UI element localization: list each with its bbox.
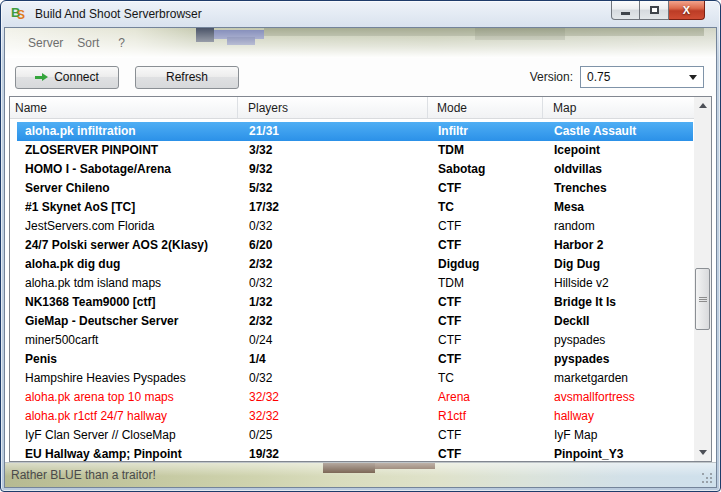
scroll-up-button[interactable] — [694, 97, 711, 114]
server-players-cell: 0/32 — [242, 369, 431, 388]
table-row[interactable]: aloha.pk infiltration21/31InfiltrCastle … — [17, 122, 693, 141]
server-name-cell: Hampshire Heavies Pyspades — [17, 369, 242, 388]
table-row[interactable]: aloha.pk r1ctf 24/7 hallway32/32R1ctfhal… — [17, 407, 693, 426]
table-row[interactable]: NK1368 Team9000 [ctf]1/32CTFBridge It Is — [17, 293, 693, 312]
table-row[interactable]: aloha.pk dig dug2/32DigdugDig Dug — [17, 255, 693, 274]
server-name-cell: 24/7 Polski serwer AOS 2(Klasy) — [17, 236, 242, 255]
column-header-mode[interactable]: Mode — [428, 97, 543, 118]
connect-arrow-icon — [35, 73, 48, 82]
table-row[interactable]: GieMap - Deutscher Server2/32CTFDeckII — [17, 312, 693, 331]
scroll-up-icon — [699, 103, 707, 108]
server-name-cell: NK1368 Team9000 [ctf] — [17, 293, 242, 312]
table-row[interactable]: aloha.pk tdm island maps0/32TDMHillside … — [17, 274, 693, 293]
server-mode-cell: Arena — [431, 388, 547, 407]
app-icon: B S — [11, 6, 29, 22]
scroll-down-button[interactable] — [694, 444, 711, 461]
column-header-map[interactable]: Map — [543, 97, 694, 118]
server-name-cell: aloha.pk arena top 10 maps — [17, 388, 242, 407]
server-name-cell: JestServers.com Florida — [17, 217, 242, 236]
minimize-icon — [621, 12, 630, 15]
server-name-cell: HOMO I - Sabotage/Arena — [17, 160, 242, 179]
server-players-cell: 2/32 — [242, 312, 431, 331]
table-row[interactable]: HOMO I - Sabotage/Arena9/32Sabotagoldvil… — [17, 160, 693, 179]
table-row[interactable]: EU Hallway &amp; Pinpoint19/32CTFPinpoin… — [17, 445, 693, 461]
scrollbar-grip-icon — [699, 299, 707, 300]
close-button[interactable]: X — [669, 1, 705, 20]
server-players-cell: 19/32 — [242, 445, 431, 461]
version-select[interactable]: 0.75 — [580, 66, 704, 88]
server-name-cell: aloha.pk r1ctf 24/7 hallway — [17, 407, 242, 426]
table-row[interactable]: #1 Skynet AoS [TC]17/32TCMesa — [17, 198, 693, 217]
server-name-cell: aloha.pk dig dug — [17, 255, 242, 274]
maximize-icon — [650, 6, 659, 14]
server-map-cell: DeckII — [547, 312, 693, 331]
server-players-cell: 0/25 — [242, 426, 431, 445]
resize-grip-icon[interactable] — [702, 473, 704, 475]
app-icon-letter-s: S — [17, 8, 25, 22]
version-selected-value: 0.75 — [587, 70, 610, 84]
table-row[interactable]: Hampshire Heavies Pyspades0/32TCmarketga… — [17, 369, 693, 388]
server-map-cell: Icepoint — [547, 141, 693, 160]
server-players-cell: 0/32 — [242, 217, 431, 236]
server-rows: aloha.pk infiltration21/31InfiltrCastle … — [10, 119, 694, 461]
table-row[interactable]: Penis1/4CTFpyspades — [17, 350, 693, 369]
server-mode-cell: TDM — [431, 274, 547, 293]
server-mode-cell: CTF — [431, 179, 547, 198]
server-mode-cell: Infiltr — [431, 122, 547, 141]
menu-item-sort[interactable]: Sort — [70, 34, 106, 52]
connect-button[interactable]: Connect — [15, 66, 119, 89]
server-players-cell: 32/32 — [242, 388, 431, 407]
server-mode-cell: CTF — [431, 312, 547, 331]
table-row[interactable]: 24/7 Polski serwer AOS 2(Klasy)6/20CTFHa… — [17, 236, 693, 255]
minimize-button[interactable] — [611, 1, 640, 20]
server-map-cell: Castle Assault — [547, 122, 693, 141]
table-row[interactable]: aloha.pk arena top 10 maps32/32Arenaavsm… — [17, 388, 693, 407]
server-map-cell: marketgarden — [547, 369, 693, 388]
server-list: Name Players Mode Map aloha.pk infiltrat… — [9, 96, 712, 462]
server-map-cell: IyF Map — [547, 426, 693, 445]
server-mode-cell: CTF — [431, 236, 547, 255]
server-mode-cell: CTF — [431, 331, 547, 350]
window-title: Build And Shoot Serverbrowser — [35, 7, 202, 21]
window-controls: X — [611, 1, 705, 20]
table-row[interactable]: IyF Clan Server // CloseMap0/25CTFIyF Ma… — [17, 426, 693, 445]
maximize-button[interactable] — [640, 1, 669, 20]
version-label: Version: — [530, 70, 573, 84]
server-mode-cell: Sabotag — [431, 160, 547, 179]
column-header-players[interactable]: Players — [238, 97, 428, 118]
title-bar[interactable]: B S Build And Shoot Serverbrowser X — [4, 1, 717, 27]
menu-item-server[interactable]: Server — [21, 34, 70, 52]
server-players-cell: 9/32 — [242, 160, 431, 179]
table-row[interactable]: Server Chileno5/32CTFTrenches — [17, 179, 693, 198]
server-name-cell: Server Chileno — [17, 179, 242, 198]
server-map-cell: avsmallfortress — [547, 388, 693, 407]
server-name-cell: GieMap - Deutscher Server — [17, 312, 242, 331]
server-map-cell: hallway — [547, 407, 693, 426]
vertical-scrollbar[interactable] — [694, 97, 711, 461]
table-row[interactable]: miner500carft0/24CTFpyspades — [17, 331, 693, 350]
scrollbar-thumb[interactable] — [695, 268, 710, 330]
server-map-cell: Dig Dug — [547, 255, 693, 274]
server-map-cell: Trenches — [547, 179, 693, 198]
server-mode-cell: CTF — [431, 426, 547, 445]
window-content: Server Sort ? Connect Refresh Version: 0… — [4, 27, 717, 488]
server-mode-cell: CTF — [431, 217, 547, 236]
refresh-button[interactable]: Refresh — [135, 66, 239, 89]
server-map-cell: Mesa — [547, 198, 693, 217]
server-mode-cell: Digdug — [431, 255, 547, 274]
server-players-cell: 1/4 — [242, 350, 431, 369]
server-map-cell: Hillside v2 — [547, 274, 693, 293]
menu-items: Server Sort ? — [5, 28, 716, 58]
menu-item-help[interactable]: ? — [111, 34, 132, 52]
server-mode-cell: TDM — [431, 141, 547, 160]
table-row[interactable]: JestServers.com Florida0/32CTFrandom — [17, 217, 693, 236]
column-header-name[interactable]: Name — [10, 97, 238, 118]
server-name-cell: IyF Clan Server // CloseMap — [17, 426, 242, 445]
server-players-cell: 2/32 — [242, 255, 431, 274]
server-players-cell: 3/32 — [242, 141, 431, 160]
server-mode-cell: CTF — [431, 293, 547, 312]
table-row[interactable]: ZLOSERVER PINPOINT3/32TDMIcepoint — [17, 141, 693, 160]
server-players-cell: 0/32 — [242, 274, 431, 293]
server-mode-cell: TC — [431, 198, 547, 217]
server-map-cell: random — [547, 217, 693, 236]
